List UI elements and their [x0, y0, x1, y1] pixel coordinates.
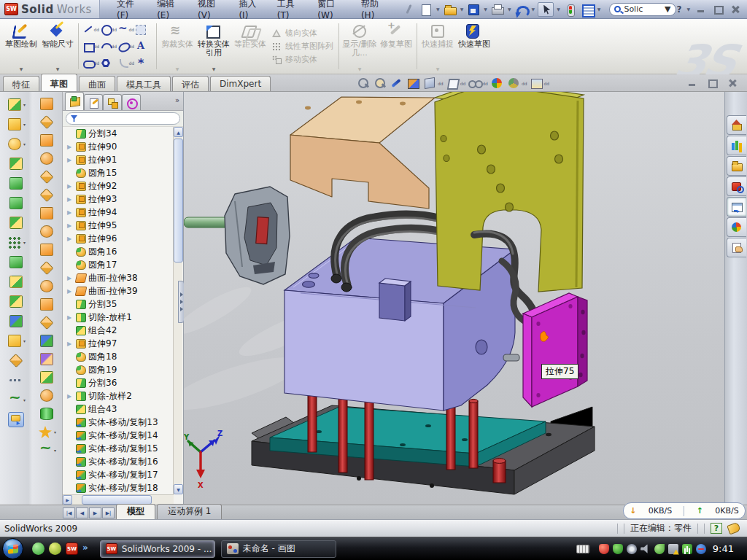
feature-tree-item[interactable]: ▶ 切除-放样2	[65, 389, 174, 402]
scroll-down-button[interactable]: ▼	[174, 484, 183, 494]
feature-tool-button[interactable]	[8, 351, 25, 370]
ribbon-tab[interactable]: 特征	[3, 76, 39, 91]
feature-tree-item[interactable]: ▶ 拉伸95	[65, 219, 174, 232]
task-pane-tab[interactable]	[727, 156, 746, 176]
dropdown-arrow-icon[interactable]: dd	[460, 81, 466, 86]
dropdown-arrow-icon[interactable]: ▼	[557, 7, 560, 12]
view-tool-button[interactable]: dd	[468, 77, 489, 90]
surface-tool-button[interactable]	[39, 295, 55, 314]
surface-tool-button[interactable]	[39, 259, 55, 277]
feature-tree-item[interactable]: ▶ 拉伸91	[65, 153, 174, 166]
surface-tool-button[interactable]	[39, 368, 55, 386]
sketch-entity-button[interactable]: dd	[100, 21, 117, 38]
feature-tool-button[interactable]: ▾	[7, 95, 26, 114]
surface-tool-button[interactable]	[39, 222, 55, 241]
open-document-icon[interactable]	[443, 3, 457, 16]
task-pane-tab[interactable]	[727, 136, 746, 155]
feature-tree-item[interactable]: ▶ 曲面-拉伸38	[65, 271, 174, 284]
expand-arrow-icon[interactable]: ▶	[67, 275, 74, 281]
dropdown-arrow-icon[interactable]: dd	[128, 61, 134, 66]
feature-tree-item[interactable]: ▶ 实体-移动/复制15	[65, 442, 174, 455]
expand-arrow-icon[interactable]: ▶	[67, 222, 74, 229]
quick-launch-icon[interactable]	[32, 542, 44, 555]
feature-tree-item[interactable]: ▶ 实体-移动/复制17	[65, 468, 174, 481]
new-document-icon[interactable]	[419, 3, 433, 16]
feature-tree-item[interactable]: ▶ 分割35	[65, 298, 174, 311]
surface-tool-button[interactable]	[39, 186, 55, 204]
surface-tool-button[interactable]	[39, 168, 55, 186]
dropdown-arrow-icon[interactable]: dd	[93, 27, 99, 32]
feature-tree-item[interactable]: ▶ 组合43	[65, 402, 174, 416]
feature-tree-item[interactable]: ▶ 切除-放样1	[65, 311, 174, 324]
surface-tool-button[interactable]	[39, 314, 55, 332]
expand-arrow-icon[interactable]: ▶	[67, 236, 74, 242]
tree-filter-input[interactable]	[66, 112, 180, 125]
view-tool-button[interactable]	[390, 77, 405, 90]
ribbon-tab[interactable]: 草图	[41, 74, 77, 91]
doc-minimize-button[interactable]	[686, 77, 699, 88]
feature-tool-button[interactable]: ▾	[7, 134, 26, 154]
select-tool-button[interactable]	[538, 2, 554, 17]
dropdown-arrow-icon[interactable]: ▾	[23, 338, 26, 343]
start-button[interactable]	[2, 538, 23, 559]
dropdown-arrow-icon[interactable]: ▾	[23, 397, 26, 402]
surface-tool-button[interactable]	[39, 241, 55, 259]
ribbon-tab[interactable]: 曲面	[79, 76, 115, 91]
sketch-entity-button[interactable]: dd	[117, 38, 135, 55]
dropdown-arrow-icon[interactable]: ▾	[23, 122, 26, 127]
repair-sketch-button[interactable]: 修复草图	[378, 20, 414, 72]
sketch-entity-button[interactable]: dd	[100, 38, 117, 55]
stack-tool-button[interactable]: 线性草图阵列	[271, 41, 333, 52]
dropdown-arrow-icon[interactable]: ▾	[23, 141, 26, 147]
input-method-keyboard-icon[interactable]	[576, 545, 589, 553]
taskbar-clock[interactable]: 9:41	[710, 543, 741, 554]
view-tool-button[interactable]	[373, 77, 388, 90]
dropdown-arrow-icon[interactable]: ▼	[212, 66, 216, 71]
quick-launch-icon[interactable]	[49, 542, 61, 555]
tab-scroll-button[interactable]: ▶|	[102, 508, 115, 518]
view-tool-button[interactable]: dd	[423, 77, 444, 90]
dropdown-arrow-icon[interactable]: dd	[438, 81, 444, 86]
rapid-sketch-button[interactable]: 快速草图	[456, 20, 492, 72]
tray-icon[interactable]	[640, 544, 651, 554]
view-tool-button[interactable]: dd	[446, 77, 467, 90]
tab-scroll-button[interactable]: ▶	[89, 508, 101, 518]
dropdown-arrow-icon[interactable]: ▼	[597, 7, 601, 12]
feature-tool-button[interactable]: ▾	[7, 114, 26, 134]
tab-scroll-button[interactable]: ◀	[76, 508, 88, 518]
convert-entities-button[interactable]: 转换实体引用 ▼	[196, 20, 232, 72]
view-tool-button[interactable]: dd	[530, 77, 551, 90]
feature-tool-button[interactable]: ▾	[7, 233, 26, 252]
sketch-entity-button[interactable]	[135, 55, 152, 71]
feature-tool-button[interactable]: ▾	[7, 390, 26, 410]
feature-tree-item[interactable]: ▶ 圆角18	[65, 350, 174, 363]
tray-icon[interactable]	[627, 544, 637, 554]
surface-tool-button[interactable]	[39, 350, 55, 368]
dropdown-arrow-icon[interactable]: ▼	[20, 66, 23, 71]
feature-tool-button[interactable]: ▾	[7, 331, 26, 351]
manager-tabs-overflow[interactable]: »	[175, 96, 179, 104]
dropdown-arrow-icon[interactable]: ▾	[23, 102, 26, 107]
feature-tree-item[interactable]: ▶ 分割36	[65, 376, 174, 389]
manager-tab[interactable]	[122, 94, 141, 110]
feature-tree-item[interactable]: ▶ 分割34	[65, 127, 174, 140]
surface-tool-button[interactable]	[39, 405, 55, 423]
chevron-down-icon[interactable]: ▼	[665, 4, 670, 14]
feature-tree-item[interactable]: ▶ 拉伸90	[65, 140, 174, 153]
feature-tree-item[interactable]: ▶ 拉伸94	[65, 206, 174, 219]
dropdown-arrow-icon[interactable]: ▼	[56, 66, 60, 71]
dropdown-arrow-icon[interactable]: ▾	[23, 240, 26, 245]
rebuild-icon[interactable]	[563, 3, 578, 16]
surface-tool-button[interactable]	[39, 113, 55, 131]
manager-tab[interactable]	[65, 92, 84, 110]
feature-tool-button[interactable]	[8, 252, 25, 272]
manager-tab[interactable]	[103, 94, 122, 110]
dropdown-arrow-icon[interactable]: ▼	[436, 7, 440, 12]
tray-icon[interactable]	[696, 544, 706, 554]
feature-tool-button[interactable]	[8, 292, 25, 311]
save-icon[interactable]	[466, 3, 481, 16]
doc-close-button[interactable]	[726, 77, 738, 88]
feature-tool-button[interactable]	[8, 213, 25, 233]
feature-tool-button[interactable]	[8, 410, 25, 429]
dropdown-arrow-icon[interactable]: ▼	[484, 7, 487, 12]
